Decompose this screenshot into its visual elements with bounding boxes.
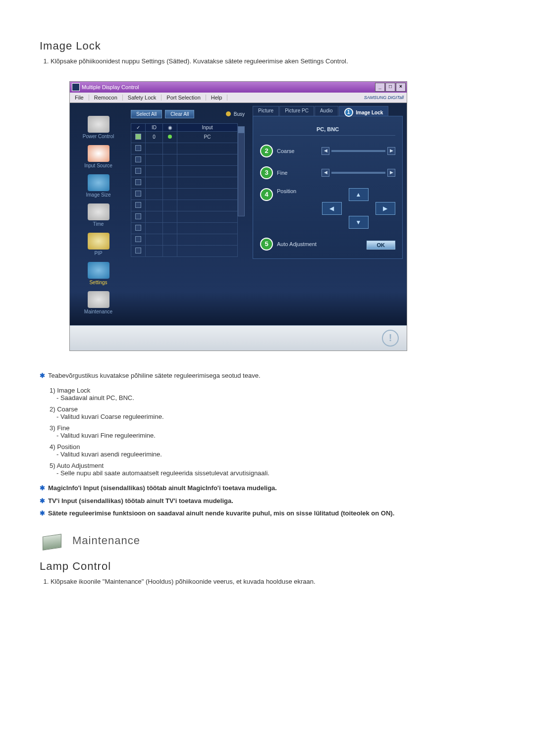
settings-icon (88, 262, 109, 279)
badge-4: 4 (260, 188, 273, 201)
pos-down-button[interactable]: ▼ (349, 216, 369, 229)
tab-imagelock[interactable]: 1 Image Lock (339, 106, 389, 116)
ok-button[interactable]: OK (367, 241, 396, 250)
col-input: Input (177, 123, 238, 131)
brand-label: SAMSUNG DIGITall (364, 95, 404, 100)
tab-audio[interactable]: Audio (315, 106, 338, 116)
table-row[interactable] (131, 154, 238, 165)
panel-header: PC, BNC (260, 126, 395, 136)
table-row[interactable] (131, 211, 238, 222)
sidebar-item-time[interactable]: Time (70, 203, 127, 227)
note-star-1: Teabevõrgustikus kuvatakse põhiline säte… (40, 371, 485, 381)
note-2-desc: - Valitud kuvari Coarse reguleerimine. (56, 413, 485, 420)
table-row[interactable] (131, 222, 238, 234)
menu-portselection[interactable]: Port Selection (161, 95, 206, 101)
table-row[interactable] (131, 188, 238, 200)
label-fine: Fine (277, 170, 321, 176)
table-row[interactable] (131, 200, 238, 211)
app-title: Multiple Display Control (82, 84, 374, 90)
section-title-lampcontrol: Lamp Control (40, 560, 485, 573)
note-3-title: 3) Fine (50, 424, 485, 432)
pip-icon (88, 233, 109, 250)
minimize-button[interactable]: _ (375, 83, 385, 92)
position-pad: ▲ ◀ ▶ ▼ (321, 188, 395, 229)
label-coarse: Coarse (277, 148, 321, 154)
lampcontrol-step1: Klõpsake ikoonile "Maintenance" (Hooldus… (51, 577, 485, 587)
pos-up-button[interactable]: ▲ (349, 188, 369, 201)
sidebar-item-settings[interactable]: Settings (70, 262, 127, 285)
label-autoadjustment: Auto Adjustment (277, 241, 336, 247)
section-title-imagelock: Image Lock (40, 40, 485, 52)
sidebar-item-pip[interactable]: PIP (70, 233, 127, 256)
arrow-right-icon[interactable]: ▶ (387, 147, 395, 155)
imagesize-icon (88, 174, 109, 191)
busy-icon (226, 111, 231, 116)
device-list-area: Select All Clear All Busy ✓ ID ◉ Input (127, 103, 249, 325)
sidebar-item-power[interactable]: Power Control (70, 116, 127, 139)
table-row[interactable] (131, 143, 238, 154)
coarse-slider[interactable]: ◀ ▶ (321, 147, 395, 155)
app-footer: ! (70, 325, 407, 351)
input-icon (88, 145, 109, 162)
imagelock-step1: Klõpsake põhiikoonidest nuppu Settings (… (51, 56, 485, 66)
badge-5: 5 (260, 238, 273, 251)
status-dot-icon (168, 135, 172, 139)
menubar: File Remocon Safety Lock Port Selection … (70, 93, 407, 103)
note-5-title: 5) Auto Adjustment (50, 462, 485, 469)
arrow-right-icon[interactable]: ▶ (387, 169, 395, 177)
fine-slider[interactable]: ◀ ▶ (321, 169, 395, 177)
sidebar: Power Control Input Source Image Size Ti… (70, 103, 127, 325)
app-icon (72, 83, 80, 91)
sidebar-item-input[interactable]: Input Source (70, 145, 127, 168)
app-window: Multiple Display Control _ □ × File Remo… (69, 81, 407, 351)
badge-1: 1 (344, 108, 353, 117)
pos-right-button[interactable]: ▶ (375, 202, 395, 215)
col-status: ◉ (163, 123, 177, 131)
note-2-title: 2) Coarse (50, 405, 485, 413)
table-row[interactable] (131, 165, 238, 177)
titlebar: Multiple Display Control _ □ × (70, 82, 407, 93)
table-row[interactable] (131, 177, 238, 188)
menu-remocon[interactable]: Remocon (89, 95, 123, 101)
badge-2: 2 (260, 145, 273, 157)
badge-3: 3 (260, 166, 273, 179)
col-id: ID (146, 123, 163, 131)
info-icon: ! (382, 330, 399, 347)
note-star-2: MagicInfo'i Input (sisendallikas) töötab… (40, 483, 485, 493)
note-5-desc: - Selle nupu abil saate automaatselt reg… (56, 469, 485, 477)
note-4-desc: - Valitud kuvari asendi reguleerimine. (56, 451, 485, 458)
col-check: ✓ (131, 123, 146, 131)
table-row[interactable] (131, 245, 238, 256)
time-icon (88, 203, 109, 220)
note-4-title: 4) Position (50, 443, 485, 451)
maximize-button[interactable]: □ (385, 83, 395, 92)
menu-safetylock[interactable]: Safety Lock (123, 95, 161, 101)
clear-all-button[interactable]: Clear All (165, 110, 194, 118)
table-row[interactable]: 0 PC (131, 131, 238, 143)
sidebar-item-imagesize[interactable]: Image Size (70, 174, 127, 198)
menu-file[interactable]: File (70, 95, 89, 101)
pos-left-button[interactable]: ◀ (322, 202, 342, 215)
device-table: ✓ ID ◉ Input 0 PC (131, 123, 238, 257)
label-position: Position (277, 188, 321, 194)
select-all-button[interactable]: Select All (131, 110, 162, 118)
note-star-4: Sätete reguleerimise funktsioon on saada… (40, 508, 485, 518)
arrow-left-icon[interactable]: ◀ (321, 147, 329, 155)
table-row[interactable] (131, 234, 238, 245)
settings-panel: Picture Picture PC Audio 1 Image Lock PC… (249, 103, 407, 325)
tab-picturepc[interactable]: Picture PC (279, 106, 314, 116)
arrow-left-icon[interactable]: ◀ (321, 169, 329, 177)
close-button[interactable]: × (396, 83, 406, 92)
menu-help[interactable]: Help (206, 95, 228, 101)
sidebar-item-maintenance[interactable]: Maintenance (70, 291, 127, 314)
power-icon (88, 116, 109, 133)
tab-picture[interactable]: Picture (253, 106, 279, 116)
note-star-3: TV'i Input (sisendallikas) töötab ainult… (40, 496, 485, 506)
section-title-maintenance: Maintenance (72, 534, 140, 547)
note-1-desc: - Saadaval ainult PC, BNC. (56, 394, 485, 402)
maintenance-section-icon (40, 530, 65, 551)
note-3-desc: - Valitud kuvari Fine reguleerimine. (56, 432, 485, 439)
busy-label: Busy (234, 111, 245, 117)
list-scrollbar[interactable] (238, 123, 245, 257)
row-checkbox[interactable] (135, 134, 141, 140)
